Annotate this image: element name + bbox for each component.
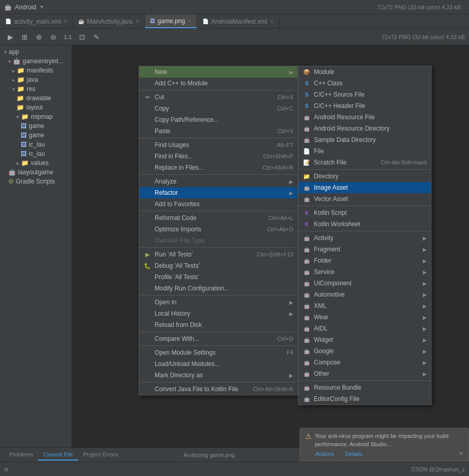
sidebar-android-icon: 🤖	[13, 58, 21, 65]
tab-mainactivity-close[interactable]: ✕	[135, 19, 139, 24]
tab-game-png[interactable]: 🖼 game.png ✕	[145, 14, 197, 28]
submenu-folder[interactable]: 🤖 Folder ▶	[298, 255, 431, 266]
context-menu-mark-directory[interactable]: Mark Directory as ▶	[139, 370, 297, 381]
submenu-service[interactable]: 🤖 Service ▶	[298, 266, 431, 278]
toolbar-grid-btn[interactable]: ⊞	[18, 31, 31, 43]
context-menu-reformat[interactable]: Reformat Code Ctrl+Alt+L	[139, 212, 297, 224]
toolbar-remove-btn[interactable]: ⊖	[47, 31, 60, 43]
submenu-widget[interactable]: 🤖 Widget ▶	[298, 334, 431, 345]
submenu-scratch-file[interactable]: 📝 Scratch File Ctrl+Alt+Shift+Insert	[298, 157, 431, 168]
submenu-kotlin-worksheet[interactable]: K Kotlin Worksheet	[298, 218, 431, 230]
submenu-editorconfig[interactable]: 🤖 EditorConfig File	[298, 393, 431, 405]
context-menu-paste[interactable]: Paste Ctrl+V	[139, 125, 297, 137]
submenu-kotlin-script[interactable]: K Kotlin Script	[298, 207, 431, 218]
context-menu-analyze[interactable]: Analyze ▶	[139, 176, 297, 187]
local-history-label: Local History	[155, 310, 286, 317]
tab-game-png-close[interactable]: ✕	[187, 18, 192, 24]
sidebar-item-ic-lau1[interactable]: 🖼 ic_lau	[0, 140, 71, 149]
submenu-file[interactable]: 📄 File	[298, 145, 431, 157]
submenu-cpp-source[interactable]: S C/C++ Source File	[298, 89, 431, 100]
submenu-image-asset[interactable]: 🤖 Image Asset	[298, 182, 431, 193]
context-menu-copy[interactable]: Copy Ctrl+C	[139, 103, 297, 114]
submenu-automotive[interactable]: 🤖 Automotive ▶	[298, 289, 431, 300]
context-menu-debug-tests[interactable]: 🐛 Debug 'All Tests'	[139, 260, 297, 271]
sidebar-item-mipmap[interactable]: ▾ 📁 mipmap	[0, 112, 71, 121]
sidebar-item-manifests[interactable]: ▸ 📁 manifests	[0, 66, 71, 75]
context-menu-optimize[interactable]: Optimize Imports Ctrl+Alt+O	[139, 224, 297, 235]
sidebar-item-res[interactable]: ▾ 📁 res	[0, 84, 71, 94]
context-menu-new[interactable]: New ▶	[139, 66, 297, 78]
sidebar-item-laayoutgame[interactable]: 🤖 laayoutgame	[0, 168, 71, 177]
toolbar-edit-btn[interactable]: ✎	[90, 31, 103, 43]
sidebar-item-game1[interactable]: 🖼 game	[0, 121, 71, 131]
details-link[interactable]: Details	[345, 451, 363, 457]
actions-link[interactable]: Actions	[315, 451, 334, 457]
context-menu-convert-java[interactable]: Convert Java File to Kotlin File Ctrl+Al…	[139, 383, 297, 395]
submenu-android-resource-dir[interactable]: 🤖 Android Resource Directory	[298, 123, 431, 134]
status-tab-problems[interactable]: Problems	[4, 449, 38, 461]
submenu-uicomponent[interactable]: 🤖 UiComponent ▶	[298, 278, 431, 289]
submenu-cpp-header[interactable]: S C/C++ Header File	[298, 100, 431, 112]
sidebar-item-game2[interactable]: 🖼 game	[0, 131, 71, 140]
toolbar-zoom-btn[interactable]: 1:1	[62, 31, 74, 43]
context-menu-replace-files[interactable]: Replace in Files... Ctrl+Shift+R	[139, 162, 297, 173]
context-menu-find-usages[interactable]: Find Usages Alt+F7	[139, 139, 297, 151]
toolbar-run-btn[interactable]: ▶	[4, 31, 16, 43]
submenu-android-resource[interactable]: 🤖 Android Resource File	[298, 112, 431, 123]
tab-androidmanifest[interactable]: 📄 AndroidManifest.xml ✕	[197, 14, 279, 28]
submenu-cpp-class[interactable]: S C++ Class	[298, 78, 431, 89]
submenu-resource-bundle[interactable]: 🤖 Resource Bundle	[298, 382, 431, 393]
cut-shortcut: Ctrl+X	[277, 94, 293, 100]
context-menu-reload[interactable]: Reload from Disk	[139, 319, 297, 331]
toolbar-add-btn[interactable]: ⊕	[33, 31, 45, 43]
sidebar-item-drawable[interactable]: 📁 drawable	[0, 94, 71, 103]
sidebar-item-values[interactable]: ▸ 📁 values	[0, 158, 71, 168]
submenu-other[interactable]: 🤖 Other ▶	[298, 368, 431, 379]
file-info: 72x72 PNG (32-bit color) 4.33 kB	[378, 4, 461, 10]
title-dropdown-icon[interactable]: ▼	[39, 4, 44, 10]
submenu-compose[interactable]: 🤖 Compose ▶	[298, 357, 431, 368]
context-menu-add-favorites[interactable]: Add to Favorites	[139, 198, 297, 210]
context-menu-open-module[interactable]: Open Module Settings F4	[139, 347, 297, 358]
sidebar-item-layout[interactable]: 📁 layout	[0, 103, 71, 112]
notification-close[interactable]: ✕	[459, 450, 463, 457]
submenu-vector-asset[interactable]: 🤖 Vector Asset	[298, 193, 431, 205]
context-menu-cut[interactable]: ✂ Cut Ctrl+X	[139, 91, 297, 103]
context-menu-copy-path[interactable]: Copy Path/Reference...	[139, 114, 297, 125]
sidebar-item-app[interactable]: ▾ app	[0, 47, 71, 57]
status-tab-project-errors[interactable]: Project Errors	[78, 449, 123, 461]
wear-arrow: ▶	[423, 315, 427, 320]
context-menu-run-tests[interactable]: ▶ Run 'All Tests' Ctrl+Shift+F10	[139, 249, 297, 260]
sidebar-item-ic-lau2[interactable]: 🖼 ic_lau	[0, 149, 71, 158]
sidebar-item-java[interactable]: ▸ 📁 java	[0, 75, 71, 84]
context-menu-open-in[interactable]: Open In ▶	[139, 297, 297, 308]
submenu-aidl[interactable]: 🤖 AIDL ▶	[298, 323, 431, 334]
context-menu-load-modules[interactable]: Load/Unload Modules...	[139, 358, 297, 370]
sidebar-item-gameentryint[interactable]: ▾ 🤖 gameentryint...	[0, 57, 71, 66]
toolbar-fit-btn[interactable]: ⊡	[76, 31, 88, 43]
cut-label: Cut	[155, 94, 274, 101]
context-menu-profile-tests[interactable]: Profile 'All Tests'	[139, 271, 297, 283]
context-menu-compare[interactable]: Compare With... Ctrl+D	[139, 333, 297, 344]
tab-activity-main-close[interactable]: ✕	[63, 19, 67, 24]
context-menu-add-cpp[interactable]: Add C++ to Module	[139, 78, 297, 89]
submenu-fragment[interactable]: 🤖 Fragment ▶	[298, 244, 431, 255]
tab-androidmanifest-close[interactable]: ✕	[270, 19, 274, 24]
submenu-activity[interactable]: 🤖 Activity ▶	[298, 232, 431, 244]
tab-mainactivity[interactable]: ☕ MainActivity.java ✕	[73, 14, 144, 28]
submenu-directory[interactable]: 📁 Directory	[298, 171, 431, 182]
sidebar-item-gradle[interactable]: ⚙ Gradle Scripts	[0, 177, 71, 186]
context-menu-local-history[interactable]: Local History ▶	[139, 308, 297, 319]
reload-label: Reload from Disk	[155, 321, 293, 328]
submenu-wear[interactable]: 🤖 Wear ▶	[298, 312, 431, 323]
submenu-google[interactable]: 🤖 Google ▶	[298, 345, 431, 357]
submenu-module[interactable]: 📦 Module	[298, 66, 431, 78]
context-menu-refactor[interactable]: Refactor ▶	[139, 187, 297, 198]
submenu-xml[interactable]: 🤖 XML ▶	[298, 300, 431, 312]
context-menu-modify-run[interactable]: Modify Run Configuration...	[139, 283, 297, 294]
status-tab-current-file[interactable]: Current File	[38, 449, 78, 461]
uicomponent-arrow: ▶	[423, 281, 427, 286]
tab-activity-main[interactable]: 📄 activity_main.xml ✕	[0, 14, 73, 28]
submenu-sample-data[interactable]: 🤖 Sample Data Directory	[298, 134, 431, 145]
context-menu-find-files[interactable]: Find in Files... Ctrl+Shift+F	[139, 151, 297, 162]
